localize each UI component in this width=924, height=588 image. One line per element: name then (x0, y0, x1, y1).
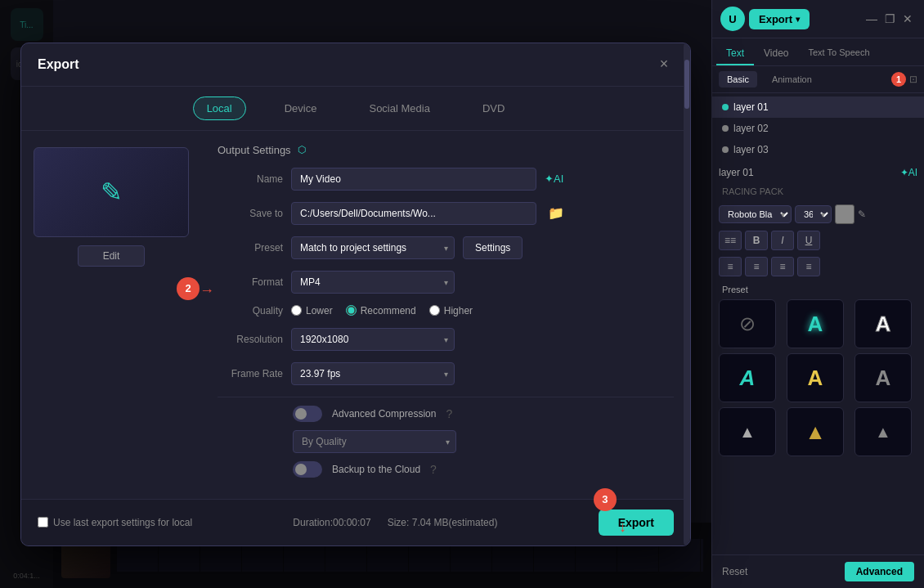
modal-tabs: Local Device Social Media DVD (21, 87, 690, 131)
modal-tab-social[interactable]: Social Media (355, 97, 443, 120)
quality-row: Quality Lower Recommend (218, 305, 674, 316)
preset-item-4[interactable]: A (719, 353, 776, 402)
export-top-button[interactable]: Export ▾ (749, 9, 810, 29)
preset-item-1[interactable]: ⊘ (719, 299, 776, 348)
format-italic-button[interactable]: I (771, 231, 794, 250)
preview-edit-button[interactable]: Edit (78, 245, 146, 267)
frame-rate-select[interactable]: 23.97 fps (291, 362, 455, 385)
layer-dot-2 (722, 125, 729, 132)
quality-preset-row: By Quality (293, 430, 674, 453)
quality-higher[interactable]: Higher (429, 305, 473, 316)
tab-texttospeech[interactable]: Text To Speech (799, 43, 880, 65)
font-color-picker[interactable] (835, 204, 854, 224)
right-panel-header: U Export ▾ — ❐ ✕ (712, 0, 924, 38)
maximize-button[interactable]: ❐ (881, 11, 898, 27)
save-to-input[interactable] (291, 202, 536, 225)
minimize-button[interactable]: — (863, 11, 880, 27)
duration-info: Duration:00:00:07 (293, 517, 370, 528)
quality-recommend[interactable]: Recommend (346, 305, 416, 316)
format-select[interactable]: MP4 (291, 271, 455, 294)
export-button[interactable]: Export (599, 509, 674, 536)
resolution-label: Resolution (218, 334, 283, 345)
layer-item-2[interactable]: layer 02 (712, 118, 924, 139)
step-badge-2: 2 (177, 277, 200, 300)
modal-close-button[interactable]: × (654, 55, 674, 74)
color-edit-icon[interactable]: ✎ (858, 209, 866, 220)
format-label: Format (218, 276, 283, 288)
arrow-3: ↓ (619, 518, 626, 536)
remember-settings-checkbox[interactable] (38, 517, 48, 527)
backup-cloud-help-icon[interactable]: ? (430, 463, 437, 476)
preset-item-3[interactable]: A (854, 299, 912, 348)
folder-button[interactable]: 📁 (545, 205, 567, 221)
frame-rate-row: Frame Rate 23.97 fps (218, 362, 674, 385)
footer-info: Duration:00:00:07 Size: 7.04 MB(estimate… (293, 517, 497, 528)
align-row: ≡ ≡ ≡ ≡ (712, 254, 924, 280)
preview-thumbnail: ✎ (34, 147, 189, 237)
preset-label: Preset (712, 280, 924, 299)
close-window-button[interactable]: ✕ (899, 11, 916, 27)
ai-icon: ✦AI (900, 167, 917, 178)
divider-1 (218, 397, 674, 397)
quality-preset-select[interactable]: By Quality (293, 430, 456, 453)
layer-item-1[interactable]: layer 01 (712, 97, 924, 118)
ai-name-icon[interactable]: ✦AI (545, 173, 563, 185)
modal-scrollbar[interactable] (684, 43, 690, 545)
modal-tab-local[interactable]: Local (193, 97, 246, 120)
subtab-animation[interactable]: Animation (764, 71, 820, 88)
modal-preview: ✎ Edit (21, 131, 201, 499)
align-center-button[interactable]: ≡ (745, 257, 768, 276)
quality-lower[interactable]: Lower (291, 305, 333, 316)
settings-button[interactable]: Settings (463, 236, 523, 259)
advanced-compression-row: Advanced Compression ? (218, 406, 674, 422)
font-select[interactable]: Roboto Bla (719, 205, 792, 223)
backup-cloud-toggle[interactable] (293, 461, 322, 478)
preset-item-5[interactable]: A (787, 353, 844, 402)
preset-item-8[interactable]: ▲ (787, 407, 844, 456)
name-row: Name ✦AI (218, 168, 674, 191)
preset-item-2[interactable]: A (787, 299, 844, 348)
output-settings-title: Output Settings ⬡ (218, 144, 674, 156)
subtab-basic[interactable]: Basic (719, 71, 757, 88)
preset-item-9[interactable]: ▲ (854, 407, 912, 456)
align-left-button[interactable]: ≡ (719, 257, 742, 276)
modal-overlay: Export × Local Device Social Media DVD (0, 0, 711, 588)
arrow-2: → (200, 282, 214, 299)
preview-icon: ✎ (101, 177, 123, 208)
reset-button[interactable]: Reset (722, 566, 747, 577)
racing-pack-label: RACING PACK (712, 182, 924, 201)
text-format-row: ≡≡ B I U (712, 227, 924, 254)
right-panel: U Export ▾ — ❐ ✕ Text Video Text To Spee… (711, 0, 924, 588)
user-avatar: U (720, 7, 745, 31)
modal-title: Export (38, 57, 79, 72)
tab-video[interactable]: Video (754, 43, 798, 65)
name-input[interactable] (291, 168, 536, 191)
layer-item-3[interactable]: layer 03 (712, 139, 924, 160)
layer-dot-3 (722, 146, 729, 153)
tab-text[interactable]: Text (716, 43, 754, 65)
preset-select[interactable]: Match to project settings (291, 236, 455, 259)
modal-tab-device[interactable]: Device (271, 97, 331, 120)
backup-cloud-row: Backup to the Cloud ? (218, 461, 674, 478)
quality-label: Quality (218, 305, 283, 316)
settings-icon: ⬡ (298, 144, 306, 155)
format-bold-button[interactable]: B (745, 231, 768, 250)
preset-item-6[interactable]: A (854, 353, 912, 402)
preset-item-7[interactable]: ▲ (719, 407, 776, 456)
bottom-action-row: Reset Advanced (712, 554, 924, 588)
resolution-select[interactable]: 1920x1080 (291, 328, 455, 351)
export-btn-wrapper: 3 ↓ Export (599, 509, 674, 536)
align-right-button[interactable]: ≡ (771, 257, 794, 276)
layer-list: layer 01 layer 02 layer 03 (712, 93, 924, 164)
format-underline-button[interactable]: U (797, 231, 820, 250)
frame-rate-select-wrapper: 23.97 fps (291, 362, 455, 385)
font-size-select[interactable]: 36 (795, 205, 832, 223)
advanced-button[interactable]: Advanced (845, 562, 914, 581)
align-justify-button[interactable]: ≡ (797, 257, 820, 276)
modal-tab-dvd[interactable]: DVD (469, 97, 518, 120)
backup-cloud-label: Backup to the Cloud (332, 464, 420, 475)
advanced-compression-help-icon[interactable]: ? (446, 407, 452, 420)
resolution-row: Resolution 1920x1080 (218, 328, 674, 351)
format-lines-button[interactable]: ≡≡ (719, 231, 742, 250)
advanced-compression-toggle[interactable] (293, 406, 322, 422)
